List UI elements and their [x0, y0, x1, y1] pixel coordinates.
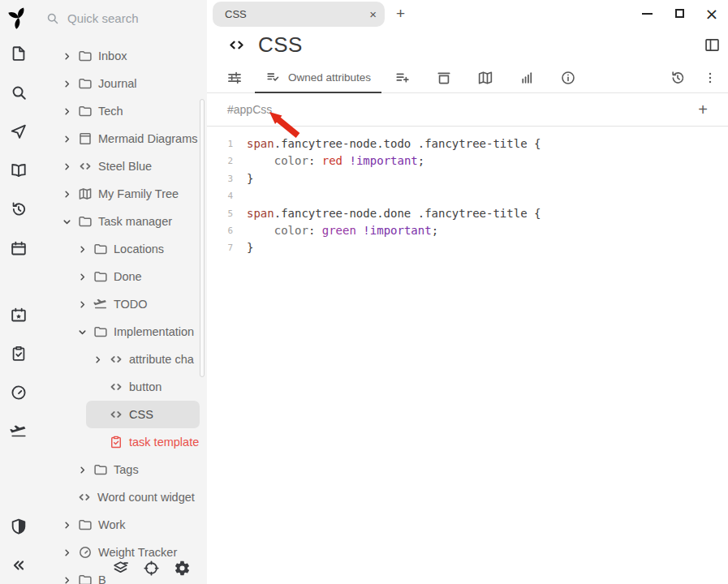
tree-item-button[interactable]: button: [86, 373, 207, 401]
line-number: 4: [207, 187, 240, 204]
note-title[interactable]: CSS: [258, 32, 303, 58]
folder-icon: [78, 76, 97, 91]
note-map-button[interactable]: [464, 63, 506, 92]
note-tree-panel: Quick search InboxJournalTechMermaid Dia…: [37, 0, 207, 584]
chevron-right-icon[interactable]: [62, 79, 78, 89]
search-notes-button[interactable]: [6, 80, 31, 105]
note-tree: InboxJournalTechMermaid DiagramsSteel Bl…: [37, 36, 207, 584]
tree-item-done[interactable]: Done: [71, 263, 207, 290]
note-info-button[interactable]: [506, 63, 547, 92]
tree-item-label: Locations: [114, 243, 164, 256]
folder-icon: [93, 462, 113, 477]
tree-item-journal[interactable]: Journal: [55, 70, 207, 97]
tree-item-label: Journal: [98, 77, 137, 90]
folder-icon: [78, 517, 97, 532]
tree-item-mermaid-diagrams[interactable]: Mermaid Diagrams: [55, 125, 207, 152]
close-button[interactable]: ×: [696, 1, 728, 27]
info-button[interactable]: [547, 63, 588, 92]
archive-icon: [436, 70, 452, 86]
tree-item-steel-blue[interactable]: Steel Blue: [55, 152, 207, 180]
tree-item-word-count-widget[interactable]: Word count widget: [71, 483, 207, 511]
chevrons-left-icon: [10, 556, 28, 574]
more-options-button[interactable]: [694, 63, 726, 92]
collections-button[interactable]: [110, 558, 130, 578]
tree-item-tags[interactable]: Tags: [71, 456, 207, 483]
ribbon-bar: Owned attributes: [207, 63, 728, 93]
tasks-button[interactable]: [6, 341, 31, 366]
minimize-button[interactable]: [631, 1, 663, 27]
tree-item-label: task template: [129, 436, 199, 449]
calendar-icon: [10, 239, 28, 257]
travel-button[interactable]: [6, 419, 31, 444]
line-number: 1: [207, 135, 240, 152]
calendar-button[interactable]: [6, 236, 31, 260]
note-map-button[interactable]: [6, 158, 31, 182]
collapse-panel-button[interactable]: [6, 553, 31, 578]
tree-item-locations[interactable]: Locations: [71, 235, 207, 263]
add-attribute-button[interactable]: +: [698, 101, 708, 118]
chevron-right-icon[interactable]: [62, 189, 78, 200]
inherited-attributes-button[interactable]: [381, 63, 423, 92]
dashboard-button[interactable]: [6, 380, 31, 405]
tree-item-css[interactable]: CSS: [86, 401, 207, 428]
code-text: color: red !important;: [247, 152, 424, 170]
protected-session-button[interactable]: [6, 514, 31, 539]
chevron-right-icon[interactable]: [62, 520, 78, 530]
code-note-icon: [227, 36, 246, 54]
tree-item-my-family-tree[interactable]: My Family Tree: [55, 180, 207, 208]
code-line: 6 color: green !important;: [207, 222, 728, 239]
recent-changes-button[interactable]: [6, 197, 31, 221]
chevron-right-icon[interactable]: [93, 354, 109, 365]
close-icon: ×: [705, 6, 719, 22]
tab-close-icon[interactable]: ×: [369, 7, 377, 21]
search-icon: [10, 84, 28, 101]
tab-css[interactable]: CSS ×: [213, 2, 385, 27]
launcher-bar: [0, 0, 37, 584]
chevron-right-icon[interactable]: [77, 244, 93, 255]
app-window: Quick search InboxJournalTechMermaid Dia…: [0, 0, 728, 584]
quick-search-placeholder: Quick search: [67, 11, 139, 25]
chevron-right-icon[interactable]: [77, 299, 93, 310]
focus-button[interactable]: [141, 558, 161, 578]
code-icon: [109, 407, 128, 422]
maximize-button[interactable]: [663, 1, 696, 27]
tree-item-label: attribute cha: [129, 353, 194, 366]
jump-to-note-button[interactable]: [6, 119, 31, 144]
settings-button[interactable]: [172, 558, 192, 578]
tab-owned-attributes[interactable]: Owned attributes: [255, 63, 381, 93]
tree-item-implementation[interactable]: Implementation: [71, 318, 207, 346]
tree-item-task-manager[interactable]: Task manager: [55, 208, 207, 235]
tree-item-task-template[interactable]: task template: [86, 428, 207, 456]
note-paths-button[interactable]: [423, 63, 464, 92]
new-tab-button[interactable]: +: [396, 6, 405, 21]
trillium-logo-icon[interactable]: [5, 4, 32, 32]
tree-item-todo[interactable]: TODO: [71, 290, 207, 318]
code-editor[interactable]: 1span.fancytree-node.todo .fancytree-tit…: [207, 127, 728, 584]
chevron-right-icon[interactable]: [62, 51, 78, 62]
calendar-star-icon: [10, 306, 28, 324]
tree-item-work[interactable]: Work: [55, 511, 207, 539]
chevron-right-icon[interactable]: [62, 134, 78, 144]
tree-item-attribute-cha[interactable]: attribute cha: [86, 346, 207, 373]
line-number: 2: [207, 152, 240, 170]
tree-item-label: button: [129, 380, 162, 393]
chevron-right-icon[interactable]: [62, 106, 78, 117]
clipboard-check-icon: [109, 435, 128, 449]
tree-item-tech[interactable]: Tech: [55, 97, 207, 125]
attribute-appcss[interactable]: #appCss: [227, 103, 272, 116]
events-button[interactable]: [6, 303, 31, 327]
basic-properties-button[interactable]: [213, 63, 255, 92]
tree-scrollbar[interactable]: [200, 99, 205, 377]
split-pane-toggle-button[interactable]: [704, 36, 721, 54]
revisions-button[interactable]: [661, 63, 694, 92]
chevron-down-icon[interactable]: [62, 217, 78, 227]
chevron-down-icon[interactable]: [77, 327, 93, 337]
tree-item-inbox[interactable]: Inbox: [55, 42, 207, 70]
chevron-right-icon[interactable]: [62, 161, 78, 172]
folder-icon: [93, 269, 113, 284]
quick-search-input[interactable]: Quick search: [37, 0, 207, 36]
code-line: 2 color: red !important;: [207, 152, 728, 170]
new-note-button[interactable]: [6, 41, 31, 66]
chevron-right-icon[interactable]: [77, 272, 93, 282]
chevron-right-icon[interactable]: [77, 465, 93, 475]
